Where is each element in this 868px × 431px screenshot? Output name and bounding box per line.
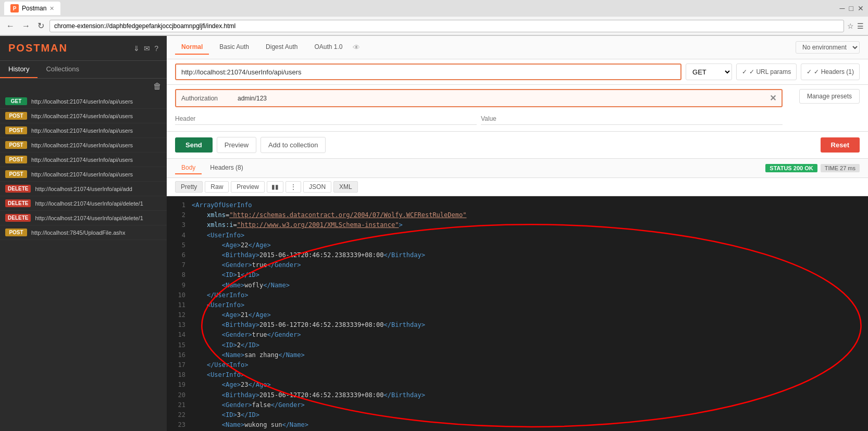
tab-oauth[interactable]: OAuth 1.0	[308, 40, 349, 55]
code-line: 17 </UserInfo>	[175, 360, 860, 370]
visibility-icon[interactable]: 👁	[353, 43, 360, 52]
list-item[interactable]: DELETE http://localhost:21074/userInfo/a…	[0, 196, 167, 211]
status-badge: STATUS 200 OK	[765, 164, 817, 172]
env-selector[interactable]: No environment	[796, 41, 860, 54]
headers-button[interactable]: ✓ ✓ Headers (1)	[801, 64, 860, 80]
format-json-button[interactable]: JSON	[303, 181, 331, 193]
tab-digest-auth[interactable]: Digest Auth	[259, 40, 304, 55]
browser-extra-icons: ☆ ☰	[847, 22, 864, 30]
sidebar-item-url: http://localhost:21074/userInfo/api/user…	[31, 113, 133, 119]
sidebar-tabs: History Collections	[0, 61, 167, 79]
url-input[interactable]	[175, 64, 681, 80]
auth-row: Authorization admin/123 ✕	[175, 89, 783, 107]
auth-clear-icon[interactable]: ✕	[770, 93, 776, 103]
code-line: 9 <Name>wofly</Name>	[175, 281, 860, 290]
code-line: 15 <ID>2</ID>	[175, 340, 860, 350]
method-badge-post: POST	[5, 229, 27, 236]
code-line: 13 <Birthday>2015-06-12T20:46:52.2383339…	[175, 320, 860, 330]
method-badge-get: GET	[5, 97, 27, 105]
preview-button[interactable]: Preview	[217, 137, 256, 153]
code-line: 22 <ID>3</ID>	[175, 410, 860, 420]
list-item[interactable]: POST http://localhost:21074/userInfo/api…	[0, 167, 167, 182]
minimize-icon[interactable]: ─	[840, 4, 845, 12]
help-icon[interactable]: ?	[154, 44, 158, 53]
add-to-collection-button[interactable]: Add to collection	[261, 137, 326, 153]
list-item[interactable]: POST http://localhost:21074/userInfo/api…	[0, 153, 167, 167]
menu-icon[interactable]: ☰	[857, 22, 864, 30]
method-badge-post: POST	[5, 141, 27, 149]
code-line: 21 <Gender>false</Gender>	[175, 400, 860, 410]
refresh-button[interactable]: ↻	[35, 20, 46, 32]
list-item[interactable]: POST http://localhost:21074/userInfo/api…	[0, 109, 167, 123]
code-line: 8 <ID>1</ID>	[175, 270, 860, 280]
code-line: 16 <Name>san zhang</Name>	[175, 350, 860, 360]
method-badge-post: POST	[5, 156, 27, 163]
sidebar-item-url: http://localhost:21074/userInfo/api/user…	[31, 171, 133, 178]
format-pretty-button[interactable]: Pretty	[175, 181, 203, 193]
code-line: 6 <Birthday>2015-06-12T20:46:52.2383339+…	[175, 250, 860, 260]
method-badge-delete: DELETE	[5, 214, 31, 222]
sidebar-tab-history[interactable]: History	[0, 61, 38, 78]
bookmark-icon[interactable]: ☆	[847, 22, 854, 30]
code-line: 12 <Age>21</Age>	[175, 310, 860, 320]
header-row	[175, 110, 783, 127]
url-bar: GET POST PUT DELETE ✓ ✓ URL params ✓ ✓ H…	[167, 59, 868, 85]
code-line: 2 xmlns="http://schemas.datacontract.org…	[175, 210, 860, 220]
code-line: 18 <UserInfo>	[175, 370, 860, 380]
sidebar-item-url: http://localhost:21074/userInfo/api/user…	[31, 128, 133, 134]
browser-tab[interactable]: P Postman ✕	[4, 2, 60, 15]
header-input[interactable]	[175, 112, 477, 125]
code-line: 4 <UserInfo>	[175, 231, 860, 240]
tab-basic-auth[interactable]: Basic Auth	[213, 40, 255, 55]
download-icon[interactable]: ⇓	[133, 44, 140, 53]
tab-normal[interactable]: Normal	[175, 40, 209, 55]
list-item[interactable]: POST http://localhost:21074/userInfo/api…	[0, 123, 167, 138]
list-item[interactable]: GET http://localhost:21074/userInfo/api/…	[0, 94, 167, 109]
app-container: POSTMAN ⇓ ✉ ? History Collections 🗑 GET …	[0, 36, 868, 431]
list-item[interactable]: POST http://localhost:21074/userInfo/api…	[0, 138, 167, 153]
list-item[interactable]: DELETE http://localhost:21074/userInfo/a…	[0, 182, 167, 196]
reset-button[interactable]: Reset	[821, 137, 860, 153]
list-item[interactable]: DELETE http://localhost:21074/userInfo/a…	[0, 211, 167, 225]
code-line: 1 <ArrayOfUserInfo	[175, 200, 860, 210]
value-input[interactable]	[481, 112, 783, 125]
list-item[interactable]: POST http://localhost:7845/UploadFile.as…	[0, 225, 167, 240]
response-tabs: Body Headers (8) STATUS 200 OK TIME 27 m…	[167, 159, 868, 178]
sidebar-header-icons: ⇓ ✉ ?	[133, 44, 158, 53]
maximize-icon[interactable]: □	[849, 4, 853, 12]
forward-button[interactable]: →	[20, 20, 32, 32]
code-line: 10 </UserInfo>	[175, 290, 860, 300]
code-line: 7 <Gender>true</Gender>	[175, 260, 860, 270]
time-badge: TIME 27 ms	[821, 164, 860, 172]
response-wrapper: 1 <ArrayOfUserInfo 2 xmlns="http://schem…	[167, 196, 868, 431]
format-raw-button[interactable]: Raw	[205, 181, 229, 193]
share-icon[interactable]: ✉	[144, 44, 150, 53]
response-body[interactable]: 1 <ArrayOfUserInfo 2 xmlns="http://schem…	[167, 196, 868, 431]
format-buttons: Pretty Raw Preview ▮▮ ⋮ JSON XML	[167, 178, 868, 196]
sidebar-list: GET http://localhost:21074/userInfo/api/…	[0, 94, 167, 431]
sidebar-item-url: http://localhost:21074/userInfo/api/user…	[31, 142, 133, 148]
resp-tab-body[interactable]: Body	[175, 162, 202, 174]
format-xml-button[interactable]: XML	[333, 181, 358, 193]
browser-chrome: P Postman ✕ ─ □ ✕ ← → ↻ ☆ ☰	[0, 0, 868, 36]
method-select[interactable]: GET POST PUT DELETE	[686, 64, 732, 80]
method-badge-post: POST	[5, 126, 27, 134]
tab-close-icon[interactable]: ✕	[49, 5, 54, 12]
close-icon[interactable]: ✕	[858, 4, 864, 12]
browser-favicon: P	[10, 4, 19, 12]
method-badge-post: POST	[5, 170, 27, 178]
manage-presets-button[interactable]: Manage presets	[799, 89, 860, 104]
back-button[interactable]: ←	[4, 20, 17, 32]
resp-tab-headers[interactable]: Headers (8)	[204, 162, 249, 174]
format-preview-button[interactable]: Preview	[231, 181, 265, 193]
code-line: 19 <Age>23</Age>	[175, 380, 860, 390]
format-icon-button[interactable]: ▮▮	[267, 181, 283, 193]
sidebar-tab-collections[interactable]: Collections	[38, 61, 88, 78]
auth-value: admin/123	[238, 95, 765, 102]
send-button[interactable]: Send	[175, 137, 213, 153]
address-bar[interactable]	[49, 20, 844, 32]
method-badge-delete: DELETE	[5, 185, 31, 193]
url-params-button[interactable]: ✓ ✓ URL params	[736, 64, 797, 80]
delete-history-button[interactable]: 🗑	[153, 82, 162, 91]
columns-icon-button[interactable]: ⋮	[286, 181, 301, 193]
